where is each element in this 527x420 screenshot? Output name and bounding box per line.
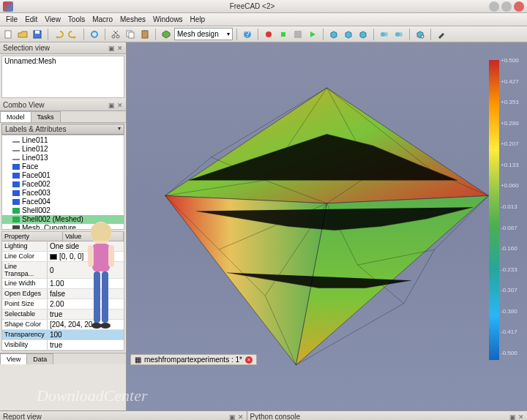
tree-item[interactable]: Line012: [2, 145, 124, 154]
tab-view[interactable]: View: [0, 353, 27, 364]
tree-item[interactable]: Mesh_Curvature: [2, 224, 124, 230]
property-row[interactable]: Line Color[0, 0, 0]: [2, 252, 124, 262]
tab-data[interactable]: Data: [26, 353, 53, 364]
property-row[interactable]: Open Edgesfalse: [2, 289, 124, 299]
panel-close-icon[interactable]: ▣ ✕: [229, 413, 244, 421]
close-tab-icon[interactable]: ×: [245, 356, 253, 364]
tree-item[interactable]: Face001: [2, 171, 124, 180]
panel-close-icon[interactable]: ▣ ✕: [108, 45, 123, 52]
mesh-cube3-icon[interactable]: [356, 28, 370, 41]
save-icon[interactable]: [31, 28, 44, 41]
cut-icon[interactable]: [109, 28, 122, 41]
tree-item[interactable]: Face003: [2, 189, 124, 198]
panel-close-icon[interactable]: ▣ ✕: [108, 102, 123, 109]
color-legend: +0.500+0.427+0.353+0.280+0.207+0.133+0.0…: [489, 60, 518, 360]
tree-item[interactable]: Shell002: [2, 206, 124, 215]
maximize-button[interactable]: [501, 1, 512, 12]
document-tab[interactable]: ▦ meshfrompartexperiments : 1* ×: [130, 354, 257, 365]
property-value[interactable]: false: [48, 289, 124, 299]
open-icon[interactable]: [16, 28, 29, 41]
play-icon[interactable]: [306, 28, 319, 41]
property-row[interactable]: LightingOne side: [2, 241, 124, 252]
pen-icon[interactable]: [435, 28, 448, 41]
paste-icon[interactable]: [138, 28, 152, 41]
menu-file[interactable]: File: [2, 14, 21, 25]
property-row[interactable]: Shape Color[204, 204, 204]: [2, 320, 124, 330]
menu-view[interactable]: View: [41, 14, 64, 25]
menu-macro[interactable]: Macro: [89, 14, 116, 25]
property-row[interactable]: Point Size2.00: [2, 299, 124, 310]
record-icon[interactable]: [262, 28, 275, 41]
tree-item-label: Face004: [22, 198, 51, 206]
property-value[interactable]: 1.00: [48, 279, 124, 288]
shell-icon: [12, 217, 20, 222]
refresh-icon[interactable]: [88, 28, 101, 41]
tab-tasks[interactable]: Tasks: [31, 111, 61, 122]
menu-meshes[interactable]: Meshes: [116, 14, 149, 25]
left-sidebar: Selection view▣ ✕ Unnamed:Mesh Combo Vie…: [0, 42, 127, 410]
tab-model[interactable]: Model: [0, 111, 31, 122]
undo-icon[interactable]: [52, 28, 65, 41]
help-icon[interactable]: ?: [241, 28, 254, 41]
tree-item-label: Shell002 (Meshed): [22, 215, 83, 224]
prop-header-value: Value: [63, 232, 124, 241]
workbench-select[interactable]: Mesh design: [174, 28, 233, 40]
property-row[interactable]: Line Transpa...0: [2, 262, 124, 279]
property-row[interactable]: Selectabletrue: [2, 310, 124, 320]
menu-windows[interactable]: Windows: [149, 14, 187, 25]
mesh-analyze-icon[interactable]: [414, 28, 427, 41]
panel-close-icon[interactable]: ▣ ✕: [509, 413, 524, 421]
copy-icon[interactable]: [124, 28, 137, 41]
property-value[interactable]: One side: [48, 241, 124, 251]
mesh-bool1-icon[interactable]: [378, 28, 391, 41]
minimize-button[interactable]: [489, 1, 499, 12]
tree-item[interactable]: Face004: [2, 198, 124, 206]
svg-rect-13: [281, 32, 285, 37]
property-row[interactable]: Visibilitytrue: [2, 340, 124, 350]
tree-item[interactable]: Shell002 (Meshed): [2, 215, 124, 224]
property-value[interactable]: true: [48, 310, 124, 319]
tree-item[interactable]: Line011: [2, 136, 124, 145]
new-icon[interactable]: [1, 28, 15, 41]
tree-item-label: Face003: [22, 189, 51, 198]
tree-item-label: Line013: [22, 154, 48, 162]
menu-edit[interactable]: Edit: [21, 14, 41, 25]
macro-list-icon[interactable]: [291, 28, 304, 41]
legend-tick: +0.207: [501, 140, 519, 147]
tree-item[interactable]: Face002: [2, 180, 124, 189]
legend-tick: -0.087: [501, 225, 517, 231]
legend-tick: -0.500: [501, 350, 517, 356]
stop-icon[interactable]: [277, 28, 290, 41]
tree-item[interactable]: Line013: [2, 154, 124, 162]
python-console-title: Python console: [250, 413, 300, 420]
property-value[interactable]: [0, 0, 0]: [48, 252, 124, 261]
property-value[interactable]: 0: [48, 262, 124, 278]
tree-item-label: Mesh_Curvature: [22, 224, 76, 230]
property-value[interactable]: [204, 204, 204]: [48, 320, 124, 329]
redo-icon[interactable]: [67, 28, 80, 41]
mesh-bool2-icon[interactable]: [392, 28, 405, 41]
property-value[interactable]: 2.00: [48, 299, 124, 309]
close-button[interactable]: [514, 1, 524, 12]
app-logo-icon: [3, 1, 13, 12]
mesh-cube2-icon[interactable]: [342, 28, 355, 41]
face-icon: [12, 173, 20, 179]
mesh-cube-icon[interactable]: [327, 28, 340, 41]
window-title: FreeCAD <2>: [18, 2, 487, 10]
legend-tick: +0.133: [501, 162, 519, 168]
menu-tools[interactable]: Tools: [64, 14, 89, 25]
doc-tab-label: meshfrompartexperiments : 1*: [144, 356, 242, 364]
menu-help[interactable]: Help: [187, 14, 209, 25]
property-grid: PropertyValue LightingOne sideLine Color…: [1, 231, 124, 351]
tree-item-label: Face: [22, 162, 38, 171]
property-row[interactable]: Transparency100: [2, 330, 124, 340]
property-value[interactable]: true: [48, 340, 124, 350]
svg-point-19: [421, 35, 424, 38]
property-row[interactable]: Line Width1.00: [2, 279, 124, 289]
selection-item[interactable]: Unnamed:Mesh: [2, 56, 124, 66]
tree-item[interactable]: Face: [2, 162, 124, 171]
svg-point-5: [116, 35, 119, 38]
property-value[interactable]: 100: [48, 330, 124, 340]
labels-attributes-header[interactable]: Labels & Attributes: [1, 124, 124, 135]
legend-tick: +0.353: [501, 99, 519, 105]
